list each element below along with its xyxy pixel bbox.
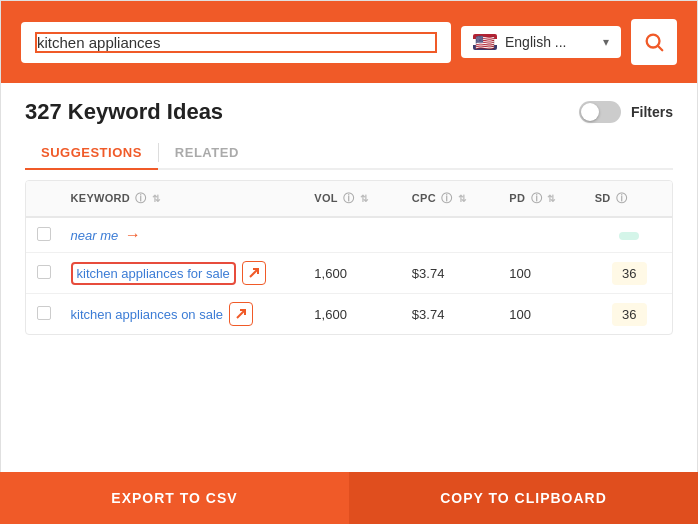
svg-line-1 [658, 46, 662, 50]
checkbox-3[interactable] [37, 306, 51, 320]
row-pd-3: 100 [501, 294, 586, 335]
row-keyword-1: near me → [63, 217, 307, 253]
footer: EXPORT TO CSV COPY TO CLIPBOARD [0, 472, 698, 524]
header: 🇺🇸 English ... ▾ [1, 1, 697, 83]
row-sd-1 [587, 217, 672, 253]
table-row: kitchen appliances for sale 1,600 $3.74 … [26, 253, 672, 294]
th-checkbox [26, 181, 63, 217]
keyword-text-3: kitchen appliances on sale [71, 307, 224, 322]
row-cpc-1 [404, 217, 502, 253]
keyword-text-2: kitchen appliances for sale [71, 262, 236, 285]
row-keyword-3: kitchen appliances on sale [63, 294, 307, 335]
export-csv-button[interactable]: EXPORT TO CSV [0, 472, 349, 524]
flag-icon: 🇺🇸 [473, 34, 497, 50]
keyword-arrow-1: → [124, 226, 140, 244]
keyword-link-btn-3[interactable] [229, 302, 253, 326]
checkbox-1[interactable] [37, 227, 51, 241]
copy-clipboard-button[interactable]: COPY TO CLIPBOARD [349, 472, 698, 524]
table-row: kitchen appliances on sale 1,600 $3.74 1… [26, 294, 672, 335]
sd-badge-2: 36 [612, 262, 646, 285]
row-vol-1 [306, 217, 404, 253]
th-keyword: KEYWORD ⓘ ⇅ [63, 181, 307, 217]
filters-toggle[interactable] [579, 101, 621, 123]
vol-help-icon: ⓘ [343, 192, 354, 204]
cpc-help-icon: ⓘ [441, 192, 452, 204]
sd-badge-3: 36 [612, 303, 646, 326]
keyword-text-1: near me [71, 228, 119, 243]
search-input[interactable] [35, 32, 437, 53]
row-checkbox-3[interactable] [26, 294, 63, 335]
results-title: 327 Keyword Ideas [25, 99, 223, 125]
table-row: near me → [26, 217, 672, 253]
row-vol-3: 1,600 [306, 294, 404, 335]
tab-related[interactable]: RELATED [159, 137, 255, 170]
th-vol: VOL ⓘ ⇅ [306, 181, 404, 217]
arrow-right-icon-3 [235, 308, 247, 320]
results-header: 327 Keyword Ideas Filters [25, 99, 673, 125]
sd-badge-1 [619, 232, 639, 240]
th-sd: SD ⓘ [587, 181, 672, 217]
cpc-sort-icon[interactable]: ⇅ [458, 193, 466, 204]
svg-line-2 [250, 269, 258, 277]
chevron-down-icon: ▾ [603, 35, 609, 49]
tab-suggestions[interactable]: SUGGESTIONS [25, 137, 158, 170]
row-keyword-2: kitchen appliances for sale [63, 253, 307, 294]
search-icon [643, 31, 665, 53]
keyword-help-icon: ⓘ [135, 192, 146, 204]
keyword-table: KEYWORD ⓘ ⇅ VOL ⓘ ⇅ CPC ⓘ ⇅ [25, 180, 673, 335]
row-cpc-2: $3.74 [404, 253, 502, 294]
arrow-right-icon [248, 267, 260, 279]
keyword-sort-icon[interactable]: ⇅ [152, 193, 160, 204]
pd-sort-icon[interactable]: ⇅ [547, 193, 555, 204]
tabs: SUGGESTIONS RELATED [25, 137, 673, 170]
row-checkbox-1[interactable] [26, 217, 63, 253]
main-content: 327 Keyword Ideas Filters SUGGESTIONS RE… [1, 83, 697, 335]
language-selector[interactable]: 🇺🇸 English ... ▾ [461, 26, 621, 58]
row-sd-2: 36 [587, 253, 672, 294]
sd-help-icon: ⓘ [616, 192, 627, 204]
row-cpc-3: $3.74 [404, 294, 502, 335]
row-pd-2: 100 [501, 253, 586, 294]
vol-sort-icon[interactable]: ⇅ [360, 193, 368, 204]
svg-line-3 [237, 310, 245, 318]
keyword-link-btn-2[interactable] [242, 261, 266, 285]
pd-help-icon: ⓘ [531, 192, 542, 204]
row-checkbox-2[interactable] [26, 253, 63, 294]
row-vol-2: 1,600 [306, 253, 404, 294]
th-cpc: CPC ⓘ ⇅ [404, 181, 502, 217]
table-header-row: KEYWORD ⓘ ⇅ VOL ⓘ ⇅ CPC ⓘ ⇅ [26, 181, 672, 217]
search-button[interactable] [631, 19, 677, 65]
checkbox-2[interactable] [37, 265, 51, 279]
toggle-knob [581, 103, 599, 121]
filters-row: Filters [579, 101, 673, 123]
row-sd-3: 36 [587, 294, 672, 335]
language-label: English ... [505, 34, 595, 50]
th-pd: PD ⓘ ⇅ [501, 181, 586, 217]
row-pd-1 [501, 217, 586, 253]
filters-button[interactable]: Filters [631, 104, 673, 120]
search-box [21, 22, 451, 63]
